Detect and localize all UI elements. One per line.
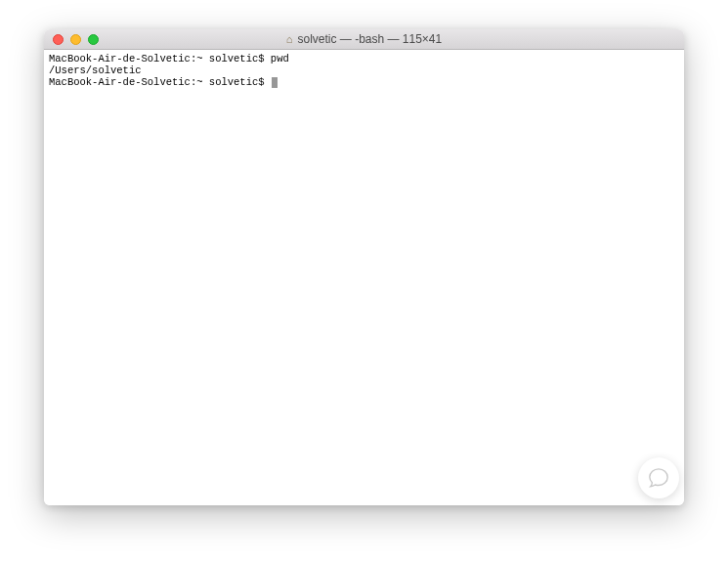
prompt: MacBook-Air-de-Solvetic:~ solvetic$ (49, 53, 271, 65)
window-title-container: ⌂ solvetic — -bash — 115×41 (44, 29, 684, 49)
command: pwd (271, 53, 289, 65)
terminal-line: /Users/solvetic (49, 65, 679, 76)
output: /Users/solvetic (49, 65, 142, 76)
traffic-lights (44, 34, 99, 45)
maximize-button[interactable] (88, 34, 99, 45)
window-titlebar[interactable]: ⌂ solvetic — -bash — 115×41 (44, 29, 684, 50)
terminal-line: MacBook-Air-de-Solvetic:~ solvetic$ (49, 76, 679, 88)
window-title: solvetic — -bash — 115×41 (297, 32, 442, 46)
home-icon: ⌂ (286, 34, 293, 45)
prompt: MacBook-Air-de-Solvetic:~ solvetic$ (49, 76, 271, 88)
minimize-button[interactable] (70, 34, 81, 45)
terminal-line: MacBook-Air-de-Solvetic:~ solvetic$ pwd (49, 53, 679, 65)
terminal-content[interactable]: MacBook-Air-de-Solvetic:~ solvetic$ pwd/… (44, 50, 684, 505)
terminal-window: ⌂ solvetic — -bash — 115×41 MacBook-Air-… (44, 29, 684, 505)
chat-help-button[interactable] (638, 457, 679, 498)
cursor-icon (272, 77, 278, 88)
close-button[interactable] (53, 34, 64, 45)
chat-bubble-icon (648, 467, 669, 489)
